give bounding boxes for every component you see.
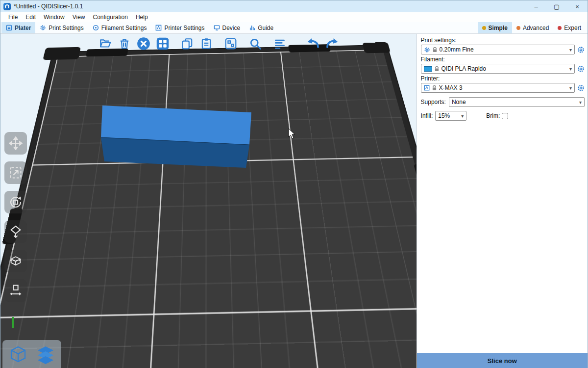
tab-print-settings[interactable]: Print Settings: [35, 22, 88, 33]
expert-mode-dot-icon: [558, 26, 562, 30]
mode-expert[interactable]: Expert: [553, 22, 586, 33]
tab-printer-settings[interactable]: Printer Settings: [151, 22, 209, 33]
print-settings-value: 0.20mm Fine: [440, 46, 567, 53]
measure-button[interactable]: [4, 279, 27, 302]
scale-icon: [9, 166, 23, 180]
filament-gear-button[interactable]: [577, 65, 585, 73]
redo-button[interactable]: [323, 35, 341, 53]
slice-now-button[interactable]: Slice now: [417, 353, 588, 368]
supports-dropdown[interactable]: None ▾: [449, 97, 585, 107]
advanced-mode-dot-icon: [516, 26, 520, 30]
arrange-icon: [156, 37, 170, 51]
move-icon: [9, 136, 23, 150]
menu-help[interactable]: Help: [132, 13, 152, 22]
split-to-objects-button[interactable]: [222, 35, 240, 53]
place-on-face-button[interactable]: [4, 220, 27, 243]
printer-gear-button[interactable]: [577, 84, 585, 92]
layer-height-icon: [273, 37, 286, 50]
rotate-button[interactable]: [4, 191, 27, 213]
open-button[interactable]: [97, 35, 114, 53]
dropdown-arrow-icon: ▾: [461, 113, 464, 119]
main-area: Print settings: 0.20mm Fine ▾ Filament: …: [0, 34, 588, 368]
delete-all-button[interactable]: [135, 35, 152, 53]
tab-plater[interactable]: Plater: [1, 22, 35, 33]
simple-mode-dot-icon: [482, 26, 486, 30]
dropdown-arrow-icon: ▾: [569, 66, 572, 72]
undo-icon: [306, 36, 320, 51]
tabbar: Plater Print Settings Filament Settings …: [0, 22, 588, 34]
search-icon: [249, 37, 262, 51]
undo-button[interactable]: [304, 35, 322, 53]
scale-button[interactable]: [4, 161, 27, 184]
maximize-button[interactable]: ▢: [546, 0, 567, 12]
menu-edit[interactable]: Edit: [22, 13, 40, 22]
menubar: File Edit Window View Configuration Help: [0, 12, 588, 22]
mode-simple[interactable]: Simple: [478, 22, 512, 33]
window-controls: – ▢ ×: [526, 0, 588, 12]
top-toolbar: [97, 35, 341, 53]
mode-label: Advanced: [523, 25, 549, 31]
left-toolbar: [4, 132, 27, 302]
print-bed: [49, 45, 398, 368]
search-button[interactable]: [246, 35, 264, 53]
plater-icon: [6, 25, 12, 31]
printer-label: Printer:: [421, 75, 585, 82]
tab-label: Filament Settings: [101, 25, 147, 31]
menu-view[interactable]: View: [69, 13, 89, 22]
lock-icon: [435, 66, 439, 72]
tab-guide[interactable]: Guide: [245, 22, 278, 33]
3d-viewport[interactable]: [0, 34, 416, 368]
split-objects-icon: [224, 37, 237, 50]
menu-configuration[interactable]: Configuration: [89, 13, 132, 22]
print-settings-label: Print settings:: [421, 37, 585, 44]
infill-value: 15%: [438, 112, 459, 119]
tab-label: Guide: [258, 25, 273, 31]
layers-preview-icon: [35, 343, 56, 365]
supports-value: None: [452, 99, 577, 105]
dropdown-arrow-icon: ▾: [569, 47, 572, 53]
mode-label: Simple: [489, 25, 508, 31]
paste-button[interactable]: [197, 35, 215, 53]
brim-checkbox[interactable]: [502, 113, 508, 119]
bed-axis-indicator: [12, 317, 14, 328]
gear-icon: [40, 25, 46, 31]
variable-layer-height-button[interactable]: [271, 35, 289, 53]
close-button[interactable]: ×: [567, 0, 588, 12]
bed-corner-clip: [43, 47, 81, 60]
printer-dropdown[interactable]: X-MAX 3 ▾: [421, 83, 575, 93]
menu-window[interactable]: Window: [40, 13, 69, 22]
filament-dropdown[interactable]: QIDI PLA Rapido ▾: [421, 64, 575, 74]
measure-icon: [9, 284, 23, 297]
titlebar: *Untitled - QIDISlicer-1.0.1 – ▢ ×: [0, 0, 588, 12]
print-settings-gear-button[interactable]: [577, 46, 585, 53]
settings-sidebar: Print settings: 0.20mm Fine ▾ Filament: …: [416, 34, 588, 368]
place-on-face-icon: [9, 225, 23, 238]
bed-side-clip: [414, 164, 416, 196]
printer-icon: [424, 85, 430, 91]
arrange-button[interactable]: [154, 35, 172, 53]
mode-advanced[interactable]: Advanced: [512, 22, 553, 33]
printer-value: X-MAX 3: [439, 84, 567, 91]
infill-dropdown[interactable]: 15% ▾: [435, 111, 466, 121]
cut-button[interactable]: [4, 250, 27, 272]
move-button[interactable]: [4, 132, 27, 155]
3d-editor-view-button[interactable]: [5, 342, 31, 367]
preview-view-button[interactable]: [33, 342, 58, 367]
infill-label: Infill:: [421, 112, 433, 119]
app-icon: [3, 3, 11, 10]
tab-filament-settings[interactable]: Filament Settings: [88, 22, 151, 33]
copy-button[interactable]: [178, 35, 196, 53]
tab-device[interactable]: Device: [209, 22, 245, 33]
copy-icon: [181, 37, 194, 50]
dropdown-arrow-icon: ▾: [579, 100, 582, 105]
printer-icon: [155, 25, 162, 31]
gear-icon: [424, 47, 430, 53]
lock-icon: [433, 47, 437, 53]
tab-label: Device: [222, 25, 241, 31]
menu-file[interactable]: File: [4, 13, 22, 22]
print-settings-dropdown[interactable]: 0.20mm Fine ▾: [421, 45, 575, 54]
delete-all-icon: [137, 37, 150, 51]
minimize-button[interactable]: –: [526, 0, 546, 12]
delete-button[interactable]: [116, 35, 133, 53]
cut-icon: [9, 254, 23, 268]
